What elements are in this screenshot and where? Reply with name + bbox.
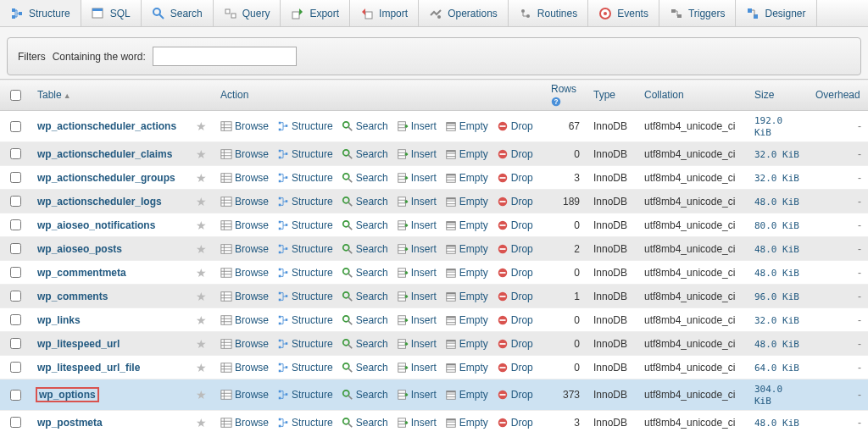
browse-action[interactable]: Browse (220, 314, 269, 326)
browse-action[interactable]: Browse (220, 120, 269, 132)
browse-action[interactable]: Browse (220, 338, 269, 350)
insert-action[interactable]: Insert (397, 172, 437, 184)
empty-action[interactable]: Empty (445, 219, 488, 231)
search-action[interactable]: Search (342, 389, 388, 401)
tab-routines[interactable]: Routines (509, 0, 588, 26)
table-name-link[interactable]: wp_postmeta (37, 417, 103, 429)
search-action[interactable]: Search (342, 417, 388, 429)
empty-action[interactable]: Empty (445, 267, 488, 279)
drop-action[interactable]: Drop (497, 338, 533, 350)
row-checkbox[interactable] (10, 362, 21, 373)
tab-designer[interactable]: Designer (736, 0, 816, 26)
table-name-link[interactable]: wp_commentmeta (37, 267, 126, 279)
search-action[interactable]: Search (342, 267, 388, 279)
favorite-star-icon[interactable]: ★ (196, 195, 207, 208)
table-name-link[interactable]: wp_litespeed_url (37, 338, 120, 350)
table-name-link[interactable]: wp_actionscheduler_actions (37, 120, 176, 132)
empty-action[interactable]: Empty (445, 120, 488, 132)
favorite-star-icon[interactable]: ★ (196, 361, 207, 374)
structure-action[interactable]: Structure (277, 338, 333, 350)
empty-action[interactable]: Empty (445, 389, 488, 401)
tab-query[interactable]: Query (214, 0, 281, 26)
tab-import[interactable]: Import (350, 0, 419, 26)
table-name-link[interactable]: wp_litespeed_url_file (37, 362, 140, 374)
search-action[interactable]: Search (342, 314, 388, 326)
drop-action[interactable]: Drop (497, 362, 533, 374)
structure-action[interactable]: Structure (277, 267, 333, 279)
empty-action[interactable]: Empty (445, 417, 488, 429)
drop-action[interactable]: Drop (497, 314, 533, 326)
drop-action[interactable]: Drop (497, 196, 533, 208)
empty-action[interactable]: Empty (445, 314, 488, 326)
browse-action[interactable]: Browse (220, 196, 269, 208)
search-action[interactable]: Search (342, 362, 388, 374)
tab-sql[interactable]: SQL (81, 0, 142, 26)
tab-search[interactable]: Search (142, 0, 214, 26)
row-checkbox[interactable] (10, 148, 21, 159)
help-icon[interactable]: ? (551, 97, 561, 107)
structure-action[interactable]: Structure (277, 417, 333, 429)
row-checkbox[interactable] (10, 121, 21, 132)
drop-action[interactable]: Drop (497, 417, 533, 429)
structure-action[interactable]: Structure (277, 196, 333, 208)
favorite-star-icon[interactable]: ★ (196, 313, 207, 327)
tab-export[interactable]: Export (281, 0, 350, 26)
browse-action[interactable]: Browse (220, 243, 269, 255)
favorite-star-icon[interactable]: ★ (196, 388, 207, 402)
insert-action[interactable]: Insert (397, 120, 437, 132)
insert-action[interactable]: Insert (397, 389, 437, 401)
col-header-type[interactable]: Type (593, 89, 615, 101)
browse-action[interactable]: Browse (220, 417, 269, 429)
search-action[interactable]: Search (342, 148, 388, 160)
row-checkbox[interactable] (10, 417, 21, 428)
select-all-checkbox[interactable] (10, 90, 21, 101)
favorite-star-icon[interactable]: ★ (196, 171, 207, 185)
row-checkbox[interactable] (10, 172, 21, 183)
search-action[interactable]: Search (342, 243, 388, 255)
table-name-link[interactable]: wp_options (37, 389, 97, 401)
tab-operations[interactable]: Operations (419, 0, 509, 26)
browse-action[interactable]: Browse (220, 172, 269, 184)
favorite-star-icon[interactable]: ★ (196, 219, 207, 232)
tab-events[interactable]: Events (588, 0, 659, 26)
empty-action[interactable]: Empty (445, 338, 488, 350)
structure-action[interactable]: Structure (277, 291, 333, 302)
row-checkbox[interactable] (10, 314, 21, 325)
row-checkbox[interactable] (10, 291, 21, 302)
tab-structure[interactable]: Structure (0, 0, 81, 26)
insert-action[interactable]: Insert (397, 243, 437, 255)
insert-action[interactable]: Insert (397, 267, 437, 279)
search-action[interactable]: Search (342, 172, 388, 184)
favorite-star-icon[interactable]: ★ (196, 416, 207, 429)
drop-action[interactable]: Drop (497, 243, 533, 255)
search-action[interactable]: Search (342, 219, 388, 231)
structure-action[interactable]: Structure (277, 314, 333, 326)
browse-action[interactable]: Browse (220, 291, 269, 302)
empty-action[interactable]: Empty (445, 196, 488, 208)
drop-action[interactable]: Drop (497, 148, 533, 160)
table-name-link[interactable]: wp_aioseo_notifications (37, 219, 155, 231)
insert-action[interactable]: Insert (397, 417, 437, 429)
insert-action[interactable]: Insert (397, 148, 437, 160)
structure-action[interactable]: Structure (277, 389, 333, 401)
empty-action[interactable]: Empty (445, 148, 488, 160)
structure-action[interactable]: Structure (277, 243, 333, 255)
favorite-star-icon[interactable]: ★ (196, 119, 207, 133)
favorite-star-icon[interactable]: ★ (196, 147, 207, 161)
table-name-link[interactable]: wp_actionscheduler_groups (37, 172, 175, 184)
insert-action[interactable]: Insert (397, 219, 437, 231)
insert-action[interactable]: Insert (397, 291, 437, 302)
drop-action[interactable]: Drop (497, 291, 533, 302)
empty-action[interactable]: Empty (445, 243, 488, 255)
structure-action[interactable]: Structure (277, 148, 333, 160)
col-header-rows[interactable]: Rows ? (551, 83, 576, 107)
table-name-link[interactable]: wp_aioseo_posts (37, 243, 122, 255)
row-checkbox[interactable] (10, 243, 21, 254)
table-name-link[interactable]: wp_actionscheduler_claims (37, 148, 172, 160)
insert-action[interactable]: Insert (397, 314, 437, 326)
search-action[interactable]: Search (342, 196, 388, 208)
empty-action[interactable]: Empty (445, 362, 488, 374)
row-checkbox[interactable] (10, 390, 21, 401)
search-action[interactable]: Search (342, 338, 388, 350)
search-action[interactable]: Search (342, 291, 388, 302)
